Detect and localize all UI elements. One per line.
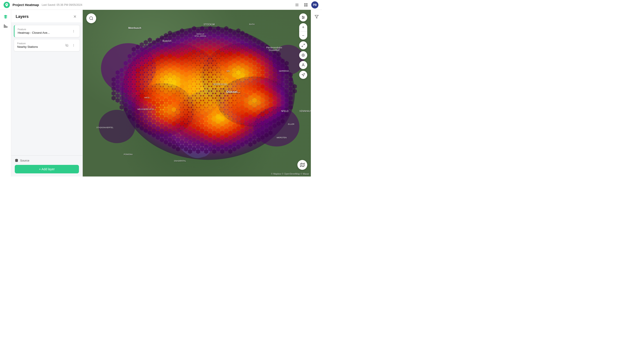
zoom-out-label: −: [302, 33, 304, 38]
palette-button[interactable]: [299, 51, 307, 59]
layers-rail-button[interactable]: [1, 12, 10, 21]
layers-sidebar: Layers Feature Heatmap - Closest Ave...: [11, 10, 83, 176]
map-label-nfeld: NFELD: [281, 110, 288, 112]
layer-visibility-button-nearby[interactable]: [64, 42, 70, 48]
person-icon: [302, 63, 305, 67]
map-label-oberkassel: OBERKASSEL: [213, 83, 228, 86]
svg-point-32: [302, 16, 303, 17]
map-label-dussel: Düssel...: [226, 90, 240, 94]
svg-marker-40: [302, 73, 305, 76]
source-label: Source: [15, 159, 79, 162]
layers-list: Feature Heatmap - Closest Ave... Feature…: [11, 22, 82, 155]
source-text: Source: [20, 159, 29, 162]
person-button[interactable]: [299, 61, 307, 69]
layer-card-content-nearby: Feature Nearby Stations: [17, 42, 62, 48]
layer-type-heatmap: Feature: [18, 28, 69, 31]
svg-point-39: [302, 64, 304, 65]
logo-icon: [5, 3, 9, 7]
map-label-weiss: WEIS...: [144, 96, 151, 99]
layer-type-nearby: Feature: [17, 42, 62, 45]
navigation-icon: [302, 73, 305, 77]
svg-line-36: [302, 45, 303, 47]
sidebar-title: Layers: [16, 14, 28, 19]
last-saved: Last Saved: 05:36 PM 09/05/2024: [42, 3, 82, 6]
expand-button[interactable]: [299, 41, 307, 49]
list-icon: [295, 3, 299, 7]
map-attribution: © Mapbox © OpenStreetMap © Maxar: [271, 173, 309, 175]
zoom-controls: + −: [299, 23, 307, 39]
svg-rect-7: [4, 24, 4, 28]
svg-point-10: [73, 30, 74, 30]
svg-rect-6: [306, 5, 308, 6]
header: Project Heatmap Last Saved: 05:36 PM 09/…: [0, 0, 322, 10]
close-sidebar-button[interactable]: [72, 13, 78, 20]
layer-name-heatmap: Heatmap - Closest Ave...: [18, 31, 69, 34]
more-vertical-icon-2: [72, 44, 75, 47]
layer-card-heatmap[interactable]: Feature Heatmap - Closest Ave...: [14, 25, 80, 37]
zoom-in-button[interactable]: +: [299, 23, 307, 31]
map-label-wersten: WERSTEN: [276, 136, 287, 139]
map-icon: [300, 163, 304, 167]
sidebar-footer: Source + Add layer: [11, 155, 82, 176]
map-container[interactable]: Meerbusch STOCKUM Büderich RATH SEL OBER…: [83, 10, 311, 176]
layer-more-button-nearby[interactable]: [71, 42, 76, 48]
svg-rect-2: [296, 5, 298, 6]
map-label-venn: VENNHAUSE: [300, 110, 311, 112]
svg-rect-4: [306, 3, 308, 4]
right-toolbar: [311, 10, 322, 176]
map-label-bud: Büderich: [162, 40, 171, 42]
map-label-pomona: POMONA: [124, 153, 133, 155]
map-label-pferder: Pferderennbahn Düsseldorf: [265, 46, 283, 51]
layers-icon: [3, 14, 8, 19]
svg-marker-44: [315, 15, 318, 18]
svg-rect-3: [304, 3, 306, 4]
add-layer-button[interactable]: + Add layer: [15, 165, 79, 173]
svg-rect-9: [6, 26, 7, 28]
svg-point-34: [302, 18, 303, 19]
map-label-meerbusch: Meerbusch: [128, 26, 141, 29]
add-layer-label: + Add layer: [39, 167, 54, 171]
svg-point-11: [73, 31, 74, 31]
svg-rect-8: [5, 25, 6, 28]
sliders-icon: [301, 15, 305, 19]
map-label-stockum: STOCKUM: [204, 23, 215, 26]
layer-more-button-heatmap[interactable]: [71, 28, 76, 34]
map-view-button[interactable]: [298, 160, 307, 170]
map-settings-button[interactable]: [299, 13, 307, 21]
svg-point-28: [90, 17, 92, 20]
svg-rect-0: [296, 3, 298, 4]
layer-card-nearby[interactable]: Feature Nearby Stations: [14, 39, 80, 51]
map-label-rath: RATH: [249, 23, 255, 25]
map-search-button[interactable]: [86, 13, 96, 23]
avatar[interactable]: PB: [311, 1, 318, 8]
map-controls-right: + −: [299, 13, 307, 79]
map-label-gnadental: GNADENTAL: [174, 160, 186, 162]
layer-card-content-heatmap: Feature Heatmap - Closest Ave...: [18, 28, 69, 34]
layer-actions-heatmap: [71, 28, 76, 34]
grid-view-button[interactable]: [302, 1, 310, 8]
data-icon: [3, 24, 8, 28]
svg-rect-1: [296, 5, 298, 5]
list-view-button[interactable]: [294, 1, 300, 8]
expand-icon: [302, 43, 305, 47]
app-title: Project Heatmap: [12, 3, 39, 7]
navigation-button[interactable]: [299, 71, 307, 79]
data-rail-button[interactable]: [1, 22, 10, 30]
filter-right-button[interactable]: [312, 12, 321, 21]
map-label-sel: SEL: [226, 70, 230, 72]
map-label-merkur: MERKURSPIEL-ARENA: [194, 33, 206, 37]
zoom-out-button[interactable]: −: [299, 31, 307, 39]
svg-point-37: [302, 54, 304, 56]
map-bottom-right-controls: [298, 160, 307, 170]
map-label-gerres: GERRESH...: [279, 70, 290, 72]
map-label-eller: ELLER: [288, 123, 294, 125]
filter-icon: [314, 15, 319, 19]
svg-line-35: [304, 44, 304, 45]
svg-point-14: [73, 44, 74, 44]
eye-off-icon: [65, 44, 68, 47]
map-label-stadion: STADIONVIERTEL: [96, 126, 114, 129]
sidebar-header: Layers: [11, 10, 82, 22]
svg-marker-41: [300, 163, 304, 167]
header-actions: PB: [294, 1, 318, 8]
layer-actions-nearby: [64, 42, 76, 48]
